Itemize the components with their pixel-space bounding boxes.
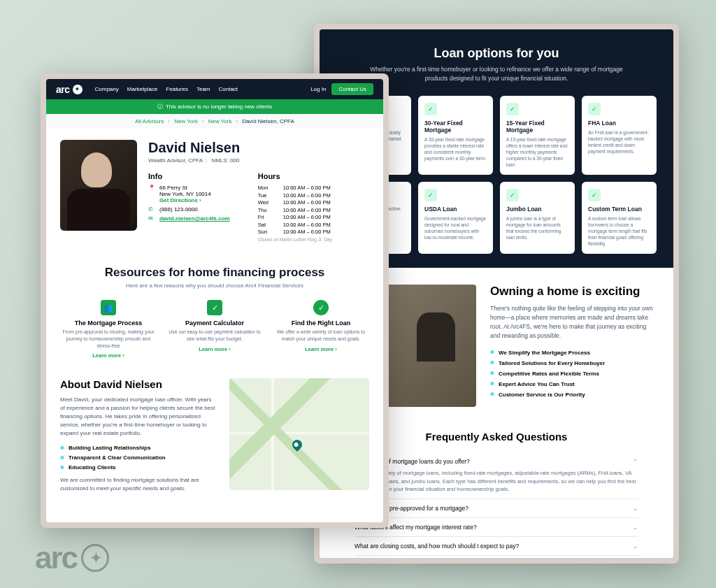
nav-link[interactable]: Team — [196, 86, 210, 92]
hours-row: Wed10:00 AM – 6:00 PM — [258, 199, 332, 206]
resource-card-title: The Mortgage Process — [60, 320, 157, 327]
breadcrumb-item[interactable]: All Advisors — [135, 118, 164, 124]
loan-card[interactable]: ✓ Custom Term Loan A custom term loan al… — [582, 182, 657, 254]
hours-row: Fri10:00 AM – 6:00 PM — [258, 214, 332, 220]
hours-row: Sun10:00 AM – 6:00 PM — [258, 229, 332, 235]
faq-answer: We offer a variety of mortgage loans, in… — [355, 469, 638, 493]
address-line1: 66 Perry St — [159, 185, 211, 191]
resource-card-desc: We offer a wide variety of loan options … — [273, 329, 369, 343]
faq-question: What are closing costs, and how much sho… — [355, 543, 519, 550]
resource-card-title: Payment Calculator — [166, 320, 263, 327]
breadcrumb-item[interactable]: New York — [174, 118, 198, 124]
faq-item[interactable]: What are closing costs, and how much sho… — [355, 537, 638, 556]
chevron-right-icon: › — [202, 118, 204, 124]
loan-card-title: USDA Loan — [424, 206, 487, 213]
owning-bullet: Tailored Solutions for Every Homebuyer — [490, 360, 657, 366]
owning-bullet: Expert Advice You Can Trust — [490, 381, 657, 387]
nav-link[interactable]: Features — [166, 86, 188, 92]
loan-card-desc: Government-backed mortgage designed for … — [424, 215, 487, 241]
owning-title: Owning a home is exciting — [490, 285, 657, 299]
nav-link[interactable]: Contact — [219, 86, 238, 92]
loan-card-title: Jumbo Loan — [506, 206, 568, 213]
resource-card-desc: Use our easy-to-use payment calculator t… — [166, 329, 263, 343]
loan-card[interactable]: ✓ USDA Loan Government-backed mortgage d… — [418, 182, 493, 254]
owning-bullet: Competitive Rates and Flexible Terms — [490, 371, 657, 377]
map-pin-icon — [290, 438, 304, 452]
resources-title: Resources for home financing process — [60, 266, 369, 280]
check-icon: ✓ — [424, 189, 437, 201]
loans-title: Loan options for you — [336, 46, 657, 61]
faq-item[interactable]: What types of mortgage loans do you offe… — [355, 452, 638, 499]
chevron-up-icon: ⌃ — [633, 458, 638, 465]
top-nav: arc✦ CompanyMarketplaceFeaturesTeamConta… — [46, 79, 383, 99]
hours-row: Thu10:00 AM – 6:00 PM — [258, 207, 332, 213]
loan-card[interactable]: ✓ 30-Year Fixed Mortgage A 30-year fixed… — [418, 96, 493, 175]
check-icon: ✓ — [506, 189, 519, 201]
check-icon: ✓ — [506, 103, 519, 115]
loan-card-desc: A 15-year fixed-rate mortgage offers a l… — [506, 136, 568, 168]
learn-more-link[interactable]: Learn more › — [166, 346, 263, 352]
advisor-subtitle: Wealth Advisor, CPFA| NMLS: 000 — [148, 157, 332, 164]
chevron-right-icon: › — [236, 118, 238, 124]
get-directions-link[interactable]: Get Directions › — [159, 197, 211, 203]
contact-us-button[interactable]: Contact Us — [331, 83, 373, 95]
phone-number[interactable]: (888) 123-0000 — [159, 206, 198, 213]
loan-card-desc: A custom term loan allows borrowers to c… — [588, 215, 650, 247]
faq-item[interactable]: How do I get pre-approved for a mortgage… — [355, 499, 638, 518]
breadcrumb-item: David Nielsen, CPFA — [242, 118, 294, 124]
learn-more-link[interactable]: Learn more › — [273, 346, 369, 352]
learn-more-link[interactable]: Learn more › — [60, 352, 157, 359]
chevron-down-icon: ⌄ — [633, 524, 638, 531]
chevron-down-icon: ⌄ — [633, 505, 638, 512]
resource-icon: ✓ — [313, 300, 329, 315]
advisor-photo — [60, 140, 137, 231]
faq-title: Frequently Asked Questions — [355, 431, 638, 443]
breadcrumb-item[interactable]: New York — [208, 118, 232, 124]
check-icon: ✓ — [588, 103, 601, 115]
login-link[interactable]: Log In — [310, 86, 326, 92]
owning-bullet: We Simplify the Mortgage Process — [490, 350, 657, 356]
address-line2: New York, NY 10014 — [159, 191, 211, 197]
check-icon: ✓ — [588, 189, 601, 201]
email-icon: ✉ — [148, 215, 155, 222]
resource-card-title: Find the Right Loan — [273, 320, 369, 327]
nav-link[interactable]: Company — [95, 86, 119, 92]
owning-bullet: Customer Service is Our Priority — [490, 392, 657, 398]
closed-note: Closed on Martin Luther King Jr. Day — [258, 237, 332, 242]
about-title: About David Nielsen — [60, 378, 217, 390]
location-map[interactable] — [229, 378, 369, 490]
about-bullet: Transparent & Clear Communication — [60, 454, 217, 461]
loan-card[interactable]: ✓ FHA Loan An FHA loan is a government-b… — [582, 96, 657, 175]
loan-card[interactable]: ✓ 15-Year Fixed Mortgage A 15-year fixed… — [500, 96, 575, 175]
nav-links: CompanyMarketplaceFeaturesTeamContact — [95, 86, 238, 92]
loan-card-title: Custom Term Loan — [588, 206, 650, 213]
faq-item[interactable]: What factors affect my mortgage interest… — [355, 518, 638, 537]
loan-card-title: FHA Loan — [588, 120, 650, 127]
frame-advisor-profile: arc✦ CompanyMarketplaceFeaturesTeamConta… — [41, 73, 389, 528]
about-body: Meet David, your dedicated mortgage loan… — [60, 396, 217, 438]
about-bullet: Building Lasting Relationships — [60, 445, 217, 451]
loan-card[interactable]: ✓ Jumbo Loan A jumbo loan is a type of m… — [500, 182, 575, 254]
nav-link[interactable]: Marketplace — [127, 86, 158, 92]
resource-icon: 👥 — [101, 300, 116, 315]
loan-card-desc: A jumbo loan is a type of mortgage for l… — [506, 215, 568, 241]
logo[interactable]: arc✦ — [56, 84, 83, 95]
advisor-name: David Nielsen — [148, 140, 332, 156]
loan-card-desc: An FHA loan is a government-backed mortg… — [588, 129, 650, 155]
email-link[interactable]: david.nielsen@arc4fs.com — [159, 215, 230, 222]
chevron-down-icon: ⌄ — [633, 543, 638, 550]
owning-body: There's nothing quite like the feeling o… — [490, 304, 657, 340]
loans-subtitle: Whether you're a first-time homebuyer or… — [364, 65, 629, 83]
resource-icon: ✓ — [207, 300, 222, 315]
check-icon: ✓ — [424, 103, 437, 115]
resource-card: ✓ Find the Right Loan We offer a wide va… — [273, 300, 369, 359]
hours-row: Mon10:00 AM – 6:00 PM — [258, 185, 332, 191]
pin-icon: 📍 — [148, 185, 155, 191]
info-icon: ⓘ — [157, 103, 163, 110]
notice-banner: ⓘ This advisor is no longer taking new c… — [46, 99, 383, 114]
loan-card-title: 15-Year Fixed Mortgage — [506, 120, 568, 134]
chevron-right-icon: › — [169, 118, 171, 124]
phone-icon: ✆ — [148, 206, 155, 213]
about-tail: We are committed to finding mortgage sol… — [60, 476, 217, 493]
background-logo: arc✦ — [35, 540, 109, 575]
